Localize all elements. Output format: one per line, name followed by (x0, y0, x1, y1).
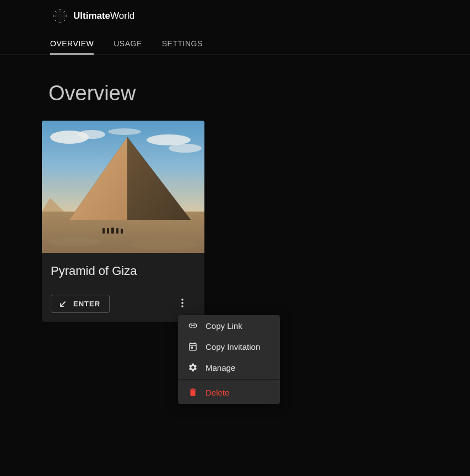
svg-point-11 (55, 11, 56, 12)
svg-point-15 (56, 12, 57, 13)
svg-point-38 (181, 305, 183, 307)
svg-point-34 (47, 237, 102, 246)
tab-usage[interactable]: Usage (114, 34, 142, 55)
svg-point-2 (57, 13, 63, 19)
tabs: Overview Usage Settings (0, 34, 470, 55)
header: UltimateWorld Overview Usage Settings (0, 0, 470, 55)
context-menu: Copy Link Copy Invitation Manage Delete (178, 315, 280, 404)
svg-point-3 (58, 14, 62, 18)
tab-overview[interactable]: Overview (50, 34, 94, 55)
svg-point-37 (181, 302, 183, 304)
menu-delete[interactable]: Delete (178, 381, 280, 404)
logo[interactable]: UltimateWorld (0, 8, 470, 24)
svg-point-9 (55, 20, 56, 21)
card-title: Pyramid of Giza (51, 264, 196, 278)
more-button[interactable] (174, 295, 191, 313)
svg-rect-32 (116, 228, 118, 234)
gear-icon (188, 363, 198, 372)
svg-rect-33 (121, 229, 123, 234)
svg-point-7 (64, 20, 65, 21)
svg-rect-29 (102, 228, 105, 234)
svg-point-10 (53, 15, 54, 17)
svg-point-35 (130, 239, 196, 250)
calendar-icon (188, 342, 198, 351)
card-body: Pyramid of Giza ENTER (42, 253, 204, 322)
svg-point-14 (64, 15, 65, 16)
delete-icon (188, 387, 198, 397)
tab-settings[interactable]: Settings (162, 34, 203, 55)
menu-copy-invitation[interactable]: Copy Invitation (178, 336, 280, 357)
svg-point-16 (55, 15, 55, 16)
svg-rect-31 (111, 228, 114, 234)
svg-point-20 (147, 134, 191, 145)
svg-point-19 (78, 130, 105, 139)
logo-icon (52, 8, 68, 24)
logo-text: UltimateWorld (73, 10, 134, 21)
page-title: Overview (48, 82, 422, 105)
content: Overview (0, 55, 470, 322)
card-image (42, 121, 204, 253)
svg-point-12 (60, 10, 60, 11)
svg-point-4 (60, 9, 61, 10)
location-card: Pyramid of Giza ENTER (42, 121, 204, 322)
enter-button[interactable]: ENTER (51, 295, 110, 313)
svg-point-21 (169, 144, 202, 153)
menu-copy-link[interactable]: Copy Link (178, 315, 280, 336)
svg-point-5 (64, 11, 65, 12)
svg-point-36 (181, 299, 183, 301)
menu-divider (178, 379, 280, 380)
svg-point-13 (63, 12, 63, 13)
svg-point-6 (66, 15, 67, 17)
menu-manage[interactable]: Manage (178, 357, 280, 378)
link-icon (188, 321, 198, 331)
card-actions: ENTER (51, 295, 196, 313)
svg-rect-30 (107, 228, 109, 234)
more-vert-icon (181, 299, 183, 309)
svg-point-22 (108, 128, 141, 135)
svg-point-8 (60, 22, 61, 23)
enter-icon (60, 301, 66, 307)
